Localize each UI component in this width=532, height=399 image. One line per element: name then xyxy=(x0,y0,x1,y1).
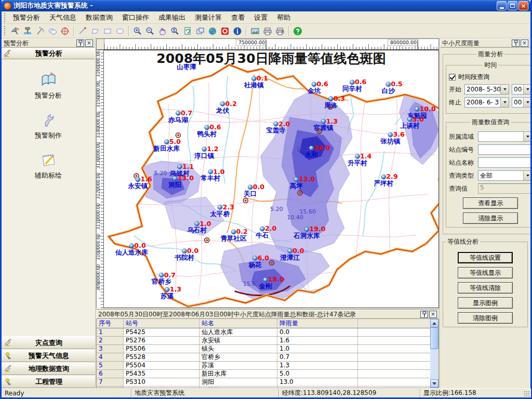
station-dot-icon[interactable] xyxy=(388,132,393,137)
right-panel-close-button[interactable]: × xyxy=(521,39,528,47)
pan-icon[interactable] xyxy=(156,25,169,37)
menu-item-6[interactable]: 查看 xyxy=(227,11,249,24)
station-dot-icon[interactable] xyxy=(165,287,169,292)
show-display-button[interactable]: 查看显示 xyxy=(463,197,518,209)
station-dot-icon[interactable] xyxy=(312,82,316,87)
station-name-input[interactable] xyxy=(478,157,530,168)
sidebar-item-2[interactable]: 辅助标绘 xyxy=(6,147,90,187)
scroll-down-icon[interactable] xyxy=(430,379,438,388)
help-icon[interactable] xyxy=(291,25,304,37)
table-row[interactable]: 3P5506镇头1.0 xyxy=(97,345,430,353)
ellipse-tool-icon[interactable] xyxy=(114,25,126,37)
monitor-station-icon[interactable] xyxy=(243,198,248,203)
right-panel-pin-button[interactable] xyxy=(512,39,520,47)
globe-icon[interactable] xyxy=(206,25,219,37)
sidebar-group-0[interactable]: 灾点查询 xyxy=(2,336,95,349)
table-row[interactable]: 1P5425仙人造水库0.0 xyxy=(97,328,430,337)
station-dot-icon[interactable] xyxy=(218,205,222,209)
column-header[interactable]: 序号 xyxy=(97,319,124,328)
rain-station[interactable]: 0.6同辛村 xyxy=(342,78,366,92)
sidebar-group-3[interactable]: 工程管理 xyxy=(2,375,95,388)
chevron-down-icon[interactable] xyxy=(523,98,530,107)
column-header[interactable]: 站名 xyxy=(200,319,277,328)
pick-icon[interactable] xyxy=(34,25,46,37)
start-date-select[interactable]: 2008- 5-30 xyxy=(464,84,509,95)
station-dot-icon[interactable] xyxy=(202,147,207,152)
station-dot-icon[interactable] xyxy=(274,122,278,126)
crosshair-icon[interactable] xyxy=(59,25,71,37)
zoom-in-icon[interactable] xyxy=(131,25,144,37)
menu-item-1[interactable]: 天气信息 xyxy=(45,11,81,24)
toolbar-grip[interactable] xyxy=(4,25,6,37)
menu-item-7[interactable]: 设置 xyxy=(249,11,272,24)
chevron-down-icon[interactable] xyxy=(523,171,530,180)
contour-button-2[interactable]: 等值线清除 xyxy=(458,282,513,294)
rectangle-tool-icon[interactable] xyxy=(101,25,114,37)
image-icon[interactable] xyxy=(249,25,261,37)
table-scrollbar[interactable] xyxy=(430,319,438,388)
info-icon[interactable] xyxy=(231,25,244,37)
rain-station[interactable]: 1.0常丰村 xyxy=(200,168,224,182)
table-row[interactable]: 7P5310洞阳13.0 xyxy=(97,378,430,387)
time-range-checkbox[interactable] xyxy=(449,74,456,81)
menu-item-0[interactable]: 预警分析 xyxy=(8,11,45,24)
station-dot-icon[interactable] xyxy=(182,249,187,254)
polygon-tool-icon[interactable] xyxy=(89,25,101,37)
station-dot-icon[interactable] xyxy=(309,146,314,151)
station-dot-icon[interactable] xyxy=(164,140,169,144)
menu-item-3[interactable]: 窗口操作 xyxy=(117,11,154,24)
station-dot-icon[interactable] xyxy=(407,117,412,122)
monitor-station-icon[interactable] xyxy=(176,133,180,138)
table-row[interactable]: 8P5315马战村1.1 xyxy=(97,387,430,388)
clear-display-button[interactable]: 清除显示 xyxy=(463,212,518,224)
chevron-down-icon[interactable] xyxy=(500,85,509,94)
scroll-up-icon[interactable] xyxy=(430,319,438,327)
station-dot-icon[interactable] xyxy=(355,154,360,158)
station-dot-icon[interactable] xyxy=(248,185,252,190)
contour-button-4[interactable]: 清除图例 xyxy=(458,312,513,324)
column-header[interactable]: 降雨量 xyxy=(277,319,358,328)
chevron-down-icon[interactable] xyxy=(500,98,509,107)
chevron-down-icon[interactable] xyxy=(523,132,530,141)
column-header[interactable]: 站号 xyxy=(124,319,200,328)
rain-station[interactable]: 0.5白沙 xyxy=(382,80,403,95)
station-dot-icon[interactable] xyxy=(129,244,134,248)
table-panel-close-button[interactable]: × xyxy=(429,311,437,318)
station-dot-icon[interactable] xyxy=(220,102,225,107)
end-date-select[interactable]: 2008- 6- 3 xyxy=(464,97,509,108)
station-dot-icon[interactable] xyxy=(159,273,164,277)
table-row[interactable]: 4P5528官桥乡0.7 xyxy=(97,353,430,362)
station-dot-icon[interactable] xyxy=(252,256,257,261)
station-dot-icon[interactable] xyxy=(205,125,209,130)
station-id-input[interactable] xyxy=(478,144,530,155)
start-hour-select[interactable]: 00 xyxy=(512,84,530,95)
end-hour-select[interactable]: 00 xyxy=(512,97,530,108)
station-dot-icon[interactable] xyxy=(328,97,333,101)
rain-station[interactable]: 0.6鸭头村 xyxy=(197,124,221,138)
print-preview-icon[interactable] xyxy=(274,25,286,37)
left-panel-pin-button[interactable] xyxy=(76,39,84,47)
menu-item-2[interactable]: 数据查询 xyxy=(81,11,117,24)
query-type-select[interactable]: 全部 xyxy=(478,170,530,181)
station-dot-icon[interactable] xyxy=(176,111,180,115)
table-row[interactable]: 2P5276永安镇1.6 xyxy=(97,337,430,345)
station-dot-icon[interactable] xyxy=(304,227,309,232)
rain-station[interactable]: 0.2龙伏 xyxy=(216,100,237,114)
rain-station[interactable]: 0.6金坑 xyxy=(307,80,328,95)
left-group-header[interactable]: 预警分析 xyxy=(2,48,95,59)
zoom-out-icon[interactable] xyxy=(144,25,156,37)
table-panel-pin-button[interactable] xyxy=(420,311,428,318)
left-panel-close-button[interactable]: × xyxy=(85,39,93,47)
menu-grip[interactable] xyxy=(4,12,6,22)
station-dot-icon[interactable] xyxy=(172,176,177,181)
line-tool-icon[interactable] xyxy=(76,25,89,37)
scroll-thumb[interactable] xyxy=(430,327,438,349)
layers-icon[interactable] xyxy=(194,25,206,37)
stop-icon[interactable] xyxy=(219,25,231,37)
station-dot-icon[interactable] xyxy=(350,80,354,85)
contour-button-3[interactable]: 显示图例 xyxy=(458,297,513,309)
rain-station[interactable]: 0.1社港镇 xyxy=(244,75,268,89)
station-dot-icon[interactable] xyxy=(208,169,213,174)
rain-station[interactable]: 2.9严坪村 xyxy=(373,173,397,188)
resize-grip[interactable] xyxy=(524,391,530,397)
